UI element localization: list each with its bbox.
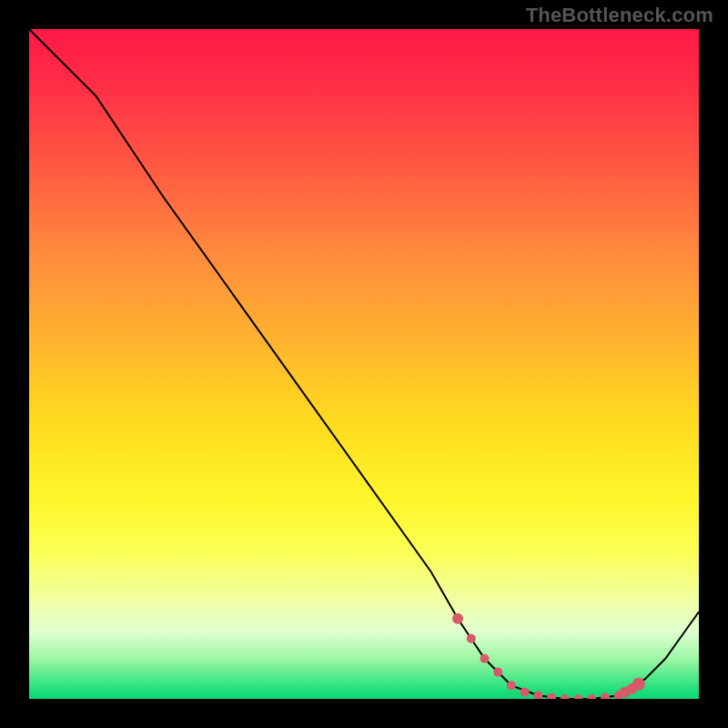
sweet-spot-marker [601, 693, 610, 700]
chart-frame: TheBottleneck.com [0, 0, 728, 728]
sweet-spot-marker [493, 668, 502, 677]
sweet-spot-markers [452, 613, 645, 699]
plot-area [29, 29, 699, 699]
sweet-spot-marker [547, 693, 556, 700]
sweet-spot-marker [587, 694, 596, 699]
sweet-spot-marker [574, 694, 583, 699]
watermark-label: TheBottleneck.com [526, 4, 713, 27]
curve-svg [29, 29, 699, 699]
sweet-spot-marker [521, 688, 530, 697]
bottleneck-curve [29, 29, 699, 699]
sweet-spot-marker [452, 613, 463, 624]
sweet-spot-marker [507, 681, 516, 690]
sweet-spot-marker [533, 691, 542, 699]
sweet-spot-marker [632, 678, 645, 691]
sweet-spot-marker [561, 694, 570, 699]
sweet-spot-marker [480, 654, 490, 663]
sweet-spot-marker [467, 634, 476, 643]
